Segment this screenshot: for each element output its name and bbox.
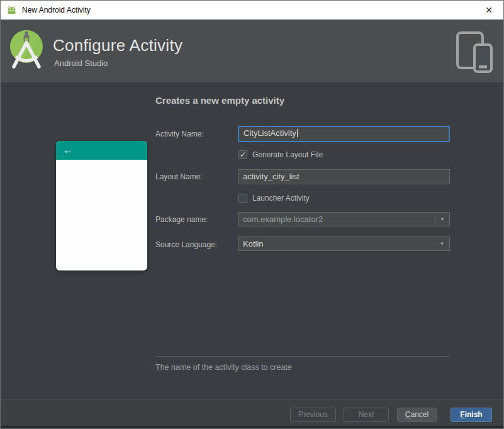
activity-name-input[interactable]: CityListActivity [238,126,450,142]
source-language-dropdown-button[interactable]: ▼ [435,237,449,250]
text-caret [297,129,298,137]
finish-button[interactable]: Finish [451,408,492,422]
devices-icon [456,31,495,74]
chevron-down-icon: ▼ [440,216,445,222]
chevron-down-icon: ▼ [440,241,445,247]
window-title: New Android Activity [22,6,91,14]
next-button[interactable]: Next [344,408,389,422]
android-icon [6,6,17,15]
cancel-button[interactable]: Cancel [397,408,437,422]
launcher-activity-row[interactable]: Launcher Activity [238,194,310,203]
wizard-subtitle: Android Studio [54,58,108,68]
wizard-header: Configure Activity Android Studio [1,20,503,82]
activity-name-label: Activity Name: [155,130,204,138]
dialog-window: New Android Activity ✕ Configure Activit… [0,0,504,429]
hint-separator [155,356,449,357]
field-hint: The name of the activity class to create [155,363,292,372]
source-language-combobox[interactable]: Kotlin ▼ [238,237,450,251]
layout-name-value: activity_city_list [243,172,300,181]
activity-name-value: CityListActivity [244,128,296,138]
source-language-value: Kotlin [238,239,435,248]
dialog-footer: Previous Next Cancel Finish [1,399,503,426]
package-name-combobox[interactable]: com.example.locator2 ▼ [238,212,450,226]
source-language-label: Source Language: [155,240,217,249]
generate-layout-row[interactable]: ✓ Generate Layout File [238,150,323,159]
generate-layout-checkbox[interactable]: ✓ [238,150,247,159]
close-button[interactable]: ✕ [474,1,503,19]
wizard-title: Configure Activity [53,36,182,55]
android-studio-logo [8,29,47,70]
window-bottom-edge [1,426,503,428]
preview-appbar: ← [56,141,147,160]
layout-name-input[interactable]: activity_city_list [238,169,450,184]
layout-name-label: Layout Name: [155,172,203,181]
generate-layout-label: Generate Layout File [252,150,323,159]
back-arrow-icon: ← [63,145,73,155]
package-name-value: com.example.locator2 [238,214,435,224]
checkmark-icon: ✓ [240,150,246,159]
previous-button[interactable]: Previous [290,408,336,422]
launcher-activity-label: Launcher Activity [252,194,310,203]
activity-preview: ← [56,141,147,270]
launcher-activity-checkbox[interactable] [238,194,247,203]
title-bar: New Android Activity ✕ [1,1,503,20]
package-name-dropdown-button[interactable]: ▼ [435,213,449,226]
package-name-label: Package name: [155,215,208,224]
wizard-content: Creates a new empty activity ← Activity … [1,82,503,399]
form-heading: Creates a new empty activity [155,95,284,106]
